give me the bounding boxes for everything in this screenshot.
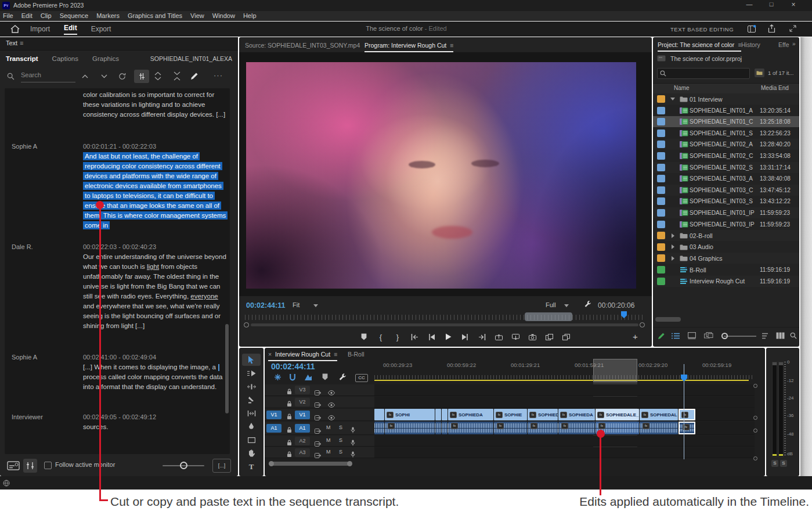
transcript-speaker[interactable]: Interviewer bbox=[12, 412, 43, 422]
toggle-track-output-eye-icon[interactable] bbox=[327, 412, 335, 423]
minimize-button[interactable]: — bbox=[741, 1, 758, 10]
item-name[interactable]: SOPHIEDALE_INT03_C bbox=[690, 187, 760, 193]
label-swatch[interactable] bbox=[657, 209, 665, 217]
refresh-icon[interactable] bbox=[118, 73, 126, 80]
transcript-timecode[interactable]: 00:02:01:21 - 00:02:22:03 bbox=[83, 142, 156, 152]
label-swatch[interactable] bbox=[657, 186, 665, 194]
timeline-tab-active[interactable]: × Interview Rough Cut ≡ bbox=[268, 351, 337, 361]
menu-help[interactable]: Help bbox=[243, 12, 257, 19]
mute-button[interactable]: M bbox=[326, 424, 332, 430]
share-icon[interactable] bbox=[768, 24, 775, 33]
maximize-button[interactable]: □ bbox=[763, 1, 780, 10]
audio-clip-sophiedal[interactable]: fx bbox=[640, 422, 678, 434]
item-name[interactable]: SOPHIEDALE_INT02_C bbox=[690, 153, 760, 159]
type-tool[interactable]: T bbox=[242, 460, 261, 473]
add-marker-button[interactable] bbox=[358, 332, 370, 341]
project-tab[interactable]: Project: The science of color ≡ bbox=[658, 41, 741, 52]
column-name[interactable]: Name bbox=[674, 85, 690, 91]
audio-clip[interactable] bbox=[374, 422, 384, 434]
rectangle-tool[interactable] bbox=[242, 434, 261, 446]
mark-in-button[interactable]: { bbox=[375, 332, 387, 341]
project-sequence-row[interactable]: B-Roll11:59:16:19 bbox=[653, 264, 799, 275]
label-swatch[interactable] bbox=[657, 266, 665, 274]
workspace-tab-edit[interactable]: Edit bbox=[64, 24, 77, 35]
video-clip-sophie[interactable]: fxSOPHIE bbox=[494, 409, 527, 420]
item-name[interactable]: B-Roll bbox=[690, 267, 760, 274]
caption-block-icon[interactable] bbox=[7, 460, 20, 471]
item-name[interactable]: SOPHIEDALE_INT03_IP bbox=[690, 221, 760, 228]
transcript-timecode[interactable]: 00:02:41:00 - 00:02:49:04 bbox=[83, 352, 156, 362]
expand-all-icon[interactable] bbox=[154, 71, 161, 81]
zoom-level-select[interactable]: Fit bbox=[293, 301, 299, 308]
item-name[interactable]: SOPHIEDALE_INT02_A bbox=[690, 141, 760, 147]
solo-button[interactable]: S bbox=[339, 424, 345, 430]
lock-icon[interactable] bbox=[287, 399, 292, 409]
audio-clip[interactable] bbox=[442, 422, 447, 434]
text-tab-transcript[interactable]: Transcript bbox=[6, 55, 38, 62]
label-swatch[interactable] bbox=[657, 129, 665, 137]
source-patch-v1[interactable]: V1 bbox=[266, 411, 282, 419]
linked-selection-icon[interactable] bbox=[304, 373, 312, 381]
label-swatch[interactable] bbox=[657, 164, 665, 171]
monitor-scrollbar[interactable] bbox=[251, 323, 638, 326]
project-bin-row[interactable]: 02-B-roll bbox=[653, 230, 799, 241]
transcript-speaker[interactable]: Sophie A bbox=[12, 142, 37, 152]
lock-icon[interactable] bbox=[287, 449, 292, 460]
sync-status-icon[interactable] bbox=[3, 480, 10, 487]
transcript-text[interactable]: And last but not least, the challenge of… bbox=[83, 152, 227, 231]
nest-icon[interactable] bbox=[274, 373, 282, 381]
sync-lock-icon[interactable] bbox=[315, 412, 322, 423]
track-button-v3[interactable]: V3 bbox=[295, 386, 310, 394]
item-name[interactable]: SOPHIEDALE_INT01_S bbox=[690, 130, 760, 136]
label-swatch[interactable] bbox=[657, 221, 665, 228]
project-sequence-row[interactable]: Interview Rough Cut11:59:16:19 bbox=[653, 276, 799, 287]
panel-menu-icon[interactable]: ≡ bbox=[20, 39, 23, 46]
video-clip[interactable] bbox=[435, 409, 441, 420]
item-name[interactable]: SOPHIEDALE_INT01_IP bbox=[690, 210, 760, 216]
more-button[interactable]: [...] bbox=[212, 459, 231, 473]
automate-sequence-icon[interactable] bbox=[776, 332, 785, 339]
track-select-forward-tool[interactable] bbox=[242, 367, 261, 379]
vscroll-dot-2[interactable] bbox=[753, 416, 757, 420]
more-options-icon[interactable]: ··· bbox=[214, 71, 223, 80]
workspace-name-label[interactable]: TEXT BASED EDITING bbox=[670, 26, 734, 33]
item-name[interactable]: 04 Graphics bbox=[690, 255, 760, 262]
lock-icon[interactable] bbox=[287, 387, 292, 397]
video-clip-sophi[interactable]: fxSOPHI bbox=[385, 409, 435, 420]
audio-clip-sophi[interactable]: fx bbox=[385, 422, 435, 434]
chevron-up-icon[interactable] bbox=[82, 74, 88, 78]
project-bin-row[interactable]: 01 Interview bbox=[653, 93, 799, 105]
menu-view[interactable]: View bbox=[190, 12, 204, 19]
voiceover-mic-icon[interactable] bbox=[351, 438, 355, 448]
chevron-down-icon[interactable] bbox=[667, 98, 678, 100]
track-lane-a3[interactable] bbox=[374, 447, 755, 458]
video-clip[interactable]: fx bbox=[679, 409, 695, 420]
text-tab-captions[interactable]: Captions bbox=[52, 55, 78, 62]
item-name[interactable]: SOPHIEDALE_INT02_S bbox=[690, 164, 760, 171]
item-name[interactable]: 01 Interview bbox=[690, 96, 760, 103]
item-name[interactable]: SOPHIEDALE_INT01_C bbox=[690, 118, 760, 125]
project-clip-row[interactable]: SOPHIEDALE_INT02_C13:33:54:08 bbox=[653, 150, 799, 161]
solo-left-button[interactable]: S bbox=[771, 460, 778, 467]
audio-clip[interactable]: fx bbox=[679, 422, 695, 434]
go-to-out-button[interactable] bbox=[476, 332, 488, 341]
project-bin-row[interactable]: 04 Graphics bbox=[653, 253, 799, 264]
marker-icon[interactable] bbox=[322, 373, 328, 380]
label-swatch[interactable] bbox=[657, 141, 665, 148]
mute-button[interactable]: M bbox=[326, 437, 332, 443]
solo-button[interactable]: S bbox=[339, 449, 345, 455]
transcript-content[interactable]: color calibration is so important to cor… bbox=[5, 88, 230, 454]
list-view-icon[interactable] bbox=[672, 333, 680, 339]
settings-wrench-icon[interactable] bbox=[584, 300, 591, 308]
mark-out-button[interactable]: } bbox=[392, 332, 403, 341]
quality-select[interactable]: Full bbox=[546, 301, 556, 308]
sync-lock-icon[interactable] bbox=[315, 450, 322, 460]
menu-file[interactable]: File bbox=[3, 12, 13, 19]
razor-tool[interactable] bbox=[242, 394, 261, 406]
track-button-a3[interactable]: A3 bbox=[295, 448, 310, 457]
scrollbar-handle-left[interactable] bbox=[244, 322, 249, 328]
audio-clip-sophieda[interactable]: fx bbox=[558, 422, 595, 434]
audio-clip[interactable] bbox=[435, 422, 441, 434]
add-button[interactable]: + bbox=[633, 332, 638, 341]
step-back-button[interactable] bbox=[425, 332, 437, 341]
